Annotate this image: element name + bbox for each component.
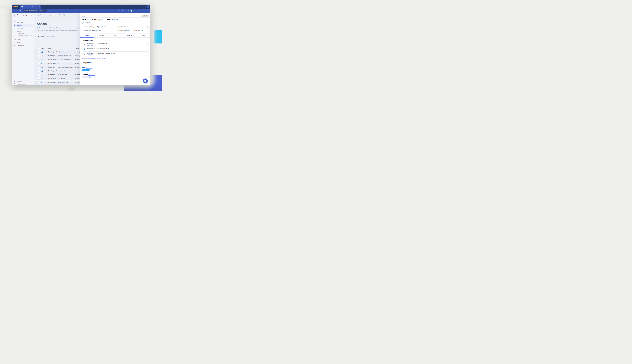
select-all-checkbox[interactable] (38, 48, 40, 50)
row-checkbox[interactable] (38, 63, 40, 64)
baserow-icon (41, 74, 43, 76)
dependency-card[interactable]: Marketing <> IT : SyncUser ( manage by n… (82, 52, 149, 56)
chat-widget-button[interactable] (143, 78, 148, 83)
tags-heading: Tags (82, 67, 86, 68)
zoom-window-button[interactable] (17, 6, 18, 7)
arrow-right-icon[interactable]: → (146, 53, 147, 55)
arrow-right-icon[interactable]: → (146, 43, 147, 45)
filters-button[interactable]: Filters (40, 36, 44, 38)
chat-bubble-icon (144, 80, 146, 82)
side-panel-icon[interactable] (127, 10, 129, 12)
new-tab-button[interactable]: + (42, 5, 44, 7)
sidebar-item-settings[interactable]: Settings (13, 80, 33, 83)
reload-button[interactable]: ↻ (19, 10, 21, 12)
app-sidebar: Marketing App OverviewAssetsVersioningVi… (12, 13, 34, 85)
asset-item-name[interactable]: Marketing <> IT : user_profile (48, 70, 66, 72)
row-checkbox[interactable] (38, 70, 40, 72)
baserow-icon (84, 53, 86, 55)
tab-search-button[interactable] (147, 6, 150, 8)
chevron-down-icon[interactable] (114, 26, 114, 28)
row-checkbox[interactable] (38, 59, 40, 60)
baserow-icon (41, 78, 43, 80)
row-checkbox[interactable] (38, 74, 40, 76)
column-header-tool[interactable]: Tool ↓↑ (41, 48, 44, 49)
baserow-icon (41, 59, 43, 61)
owner-field[interactable]: Owner: anthony.piquard@ncscale.com (84, 26, 106, 28)
add-dependencies-link[interactable]: Dependencies not found ? Add them manual… (82, 58, 108, 59)
workspace-name: Marketing App (17, 14, 27, 16)
forward-button[interactable]: → (16, 10, 18, 12)
site-settings-icon[interactable] (24, 10, 25, 12)
bookmark-star-icon[interactable]: ☆ (118, 10, 120, 12)
close-tab-icon[interactable]: × (39, 6, 40, 8)
dependency-name: Marketing <> IT : Churn reasons (87, 43, 107, 44)
actions-button[interactable]: Actions (141, 14, 149, 16)
workspace-switcher[interactable]: Marketing App (12, 13, 34, 18)
dependency-id-link[interactable]: #219_1212 (87, 44, 94, 46)
asset-item-name[interactable]: Marketing <> IT : alert_make_24 (48, 82, 68, 83)
sidebar-item-label: Assets (17, 24, 22, 26)
asset-item-name[interactable]: Marketing <> IT : user_tool_usage (sync.… (48, 66, 74, 68)
tab-global[interactable]: Global (80, 34, 94, 38)
baserow-icon (41, 66, 43, 68)
dependency-id-link[interactable]: #219_1151 (87, 54, 93, 56)
close-window-button[interactable] (14, 6, 15, 7)
row-checkbox[interactable] (38, 66, 40, 68)
chevron-down-icon[interactable] (147, 26, 148, 28)
row-checkbox[interactable] (38, 78, 40, 80)
manage-tags-link[interactable]: Manage tags (86, 67, 93, 68)
panel-dash: - (138, 14, 139, 16)
tab-database[interactable]: Database (94, 34, 108, 38)
edit-readme-link[interactable]: Edit readme (88, 74, 95, 76)
back-button[interactable]: ← (13, 10, 15, 12)
asset-detail-panel: × - Actions #219_1212 - Marketing <> IT … (80, 13, 150, 85)
minimize-window-button[interactable] (15, 6, 16, 7)
sidebar-item-alerts[interactable]: Alerts (13, 41, 33, 44)
dependencies-heading: Dependencies (82, 40, 93, 42)
column-header-owner[interactable]: Owner ↓↑ (75, 48, 80, 49)
browser-tabstrip: Assets | ncScale × + (12, 4, 150, 9)
sidebar-item-dashboards[interactable]: Dashboards (13, 44, 33, 47)
asset-owner: antoine.p (75, 62, 81, 64)
sidebar-item-label: Versioning (17, 28, 24, 29)
baserow-icon (41, 70, 43, 72)
dependency-name: Marketing <> IT : SyncUser ( manage by n… (87, 52, 116, 54)
profile-avatar[interactable] (130, 10, 132, 12)
tab-logs[interactable]: Logs (108, 34, 122, 38)
extensions-icon[interactable] (122, 10, 124, 12)
sidebar-item-overview[interactable]: Overview (13, 20, 33, 24)
close-panel-button[interactable]: × (82, 14, 85, 17)
tag-chip[interactable]: production (82, 69, 90, 71)
asset-item-name[interactable]: Marketing <> IT : Bubble Data Breach (48, 55, 71, 56)
asset-item-name[interactable]: Marketing <> IT : 3.0 task before MEP (48, 59, 71, 60)
priority-field[interactable]: Priority: Medium (118, 26, 128, 28)
sidebar-item-assets[interactable]: Assets (13, 24, 33, 27)
asset-item-name[interactable]: Marketing <> IT : 3.1 (48, 62, 60, 64)
dependency-id-link[interactable]: #219_1148 (87, 49, 93, 51)
column-header-items[interactable]: Items ↓↑ (48, 48, 52, 49)
asset-owner: antoine.p (75, 66, 81, 68)
asset-item-name[interactable]: Marketing <> IT : push_by_app (48, 74, 67, 76)
arrow-right-icon[interactable]: → (146, 48, 147, 50)
trash-icon[interactable] (30, 34, 32, 36)
asset-item-name[interactable]: Marketing <> IT : all_pushes (48, 78, 65, 79)
global-search-input[interactable]: Global search (46, 36, 55, 38)
dependency-card[interactable]: Marketing <> IT : Churn reasons#219_1212… (82, 42, 149, 47)
dependency-card[interactable]: Marketing <> IT : Feature Demand#219_114… (82, 47, 149, 52)
tab-code[interactable]: Code (136, 34, 150, 38)
asset-item-name[interactable]: Marketing <> IT : Churn reasons (48, 51, 68, 53)
sidebar-item-antoine-s-assets[interactable]: Antoine's Assets (13, 34, 33, 37)
sidebar-item-logs[interactable]: Logs (13, 38, 33, 41)
sidebar-item-label: Settings (17, 81, 22, 82)
sidebar-item-documentation[interactable]: Documentation (13, 83, 33, 85)
row-checkbox[interactable] (38, 55, 40, 57)
tab-alerting[interactable]: Alerting (122, 34, 136, 38)
panel-scrollbar[interactable] (150, 29, 150, 38)
baserow-icon (41, 51, 43, 53)
browser-tab-active[interactable]: Assets | ncScale × (20, 5, 41, 9)
row-checkbox[interactable] (38, 82, 40, 83)
row-checkbox[interactable] (38, 51, 40, 53)
address-bar[interactable]: app.ncscale.io/app/0abf8ed2- (23, 10, 48, 12)
cyan-decor-card (154, 30, 162, 44)
search-icon (37, 14, 39, 16)
